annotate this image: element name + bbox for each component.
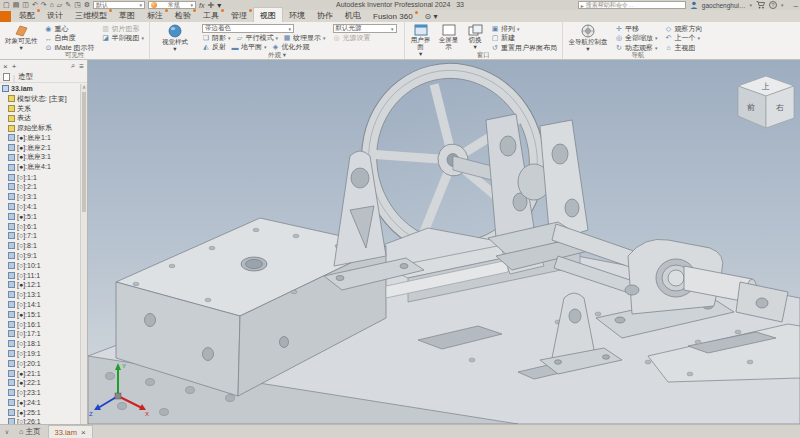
tree-item[interactable]: [○]:18:1 bbox=[0, 339, 87, 349]
tree-item[interactable]: [○]:26:1 bbox=[0, 417, 87, 424]
tree-item[interactable]: [●]:25:1 bbox=[0, 407, 87, 417]
browser-search-icon[interactable]: ⌕ bbox=[71, 61, 75, 71]
ribbon-tab-草图[interactable]: 草图 bbox=[113, 8, 141, 22]
file-menu-button[interactable] bbox=[0, 11, 11, 22]
ribbon-item-排列[interactable]: ▣排列▾ bbox=[489, 24, 559, 34]
tree-item[interactable]: [●]:15:1 bbox=[0, 309, 87, 319]
ribbon-tab-标注[interactable]: 标注 bbox=[141, 8, 169, 22]
browser-add-tab-button[interactable]: + bbox=[12, 62, 17, 71]
tree-scroll-down-arrow[interactable]: ∨ bbox=[2, 428, 12, 435]
ribbon-tab-Fusion 360[interactable]: Fusion 360 bbox=[367, 10, 419, 22]
ribbon-item-自由度[interactable]: ↔自由度 bbox=[42, 34, 96, 44]
viewcube-front-face[interactable]: 前 bbox=[747, 103, 755, 112]
tree-item[interactable]: [○]:17:1 bbox=[0, 329, 87, 339]
tree-item[interactable]: [○]:6:1 bbox=[0, 221, 87, 231]
viewport-3d[interactable]: X Y Z 上 前 右 bbox=[88, 60, 800, 424]
tree-item[interactable]: [○]:19:1 bbox=[0, 349, 87, 359]
cart-icon[interactable] bbox=[756, 1, 765, 9]
close-icon[interactable]: × bbox=[81, 428, 86, 437]
ribbon-item-重心[interactable]: ◉重心 bbox=[42, 24, 96, 34]
ribbon-item-阴影[interactable]: ❏阴影▾ bbox=[200, 33, 233, 43]
ribbon-item-上一个[interactable]: ↶上一个▾ bbox=[663, 34, 705, 44]
ribbon-tab-机电[interactable]: 机电 bbox=[339, 8, 367, 22]
ribbon-tab-设计[interactable]: 设计 bbox=[41, 8, 69, 22]
visual-style-combo[interactable]: 带边着色▾ bbox=[202, 24, 294, 33]
tree-item[interactable]: [○]:10:1 bbox=[0, 260, 87, 270]
tree-item[interactable]: [○]:8:1 bbox=[0, 241, 87, 251]
tree-item[interactable]: [●]:21:1 bbox=[0, 368, 87, 378]
tree-item[interactable]: [●]:底座2:1 bbox=[0, 143, 87, 153]
document-tab-active[interactable]: 33.iam × bbox=[48, 425, 93, 438]
ribbon-tab-视图[interactable]: 视图 bbox=[253, 7, 283, 22]
tree-item[interactable]: [●]:底座3:1 bbox=[0, 153, 87, 163]
object-visibility-button[interactable]: 对象可见性▾ bbox=[3, 23, 39, 50]
ribbon-item-新建[interactable]: ▢新建 bbox=[489, 34, 559, 44]
panel-label-appearance[interactable]: 外观 ▾ bbox=[150, 50, 404, 59]
switch-windows-button[interactable]: 切换▾ bbox=[464, 23, 486, 50]
folder-icon bbox=[8, 115, 15, 122]
ribbon-tab-三维模型[interactable]: 三维模型 bbox=[69, 8, 113, 22]
tree-item[interactable]: [○]:14:1 bbox=[0, 300, 87, 310]
tree-item[interactable]: [○]:3:1 bbox=[0, 192, 87, 202]
ribbon-item-平行模式[interactable]: ▱平行模式▾ bbox=[234, 33, 281, 43]
tree-item[interactable]: [●]:5:1 bbox=[0, 211, 87, 221]
panel-label-navigate[interactable]: 导航 bbox=[563, 50, 713, 59]
tree-item[interactable]: [●]:12:1 bbox=[0, 280, 87, 290]
panel-label-visibility[interactable]: 可见性 bbox=[0, 50, 149, 59]
home-tab[interactable]: ⌂ 主页 bbox=[14, 426, 46, 438]
scroll-up-arrow[interactable]: ∧ bbox=[81, 84, 87, 91]
tree-item[interactable]: [●]:22:1 bbox=[0, 378, 87, 388]
tree-item[interactable]: 表达 bbox=[0, 113, 87, 123]
tree-item[interactable]: [○]:1:1 bbox=[0, 172, 87, 182]
tree-item[interactable]: 33.iam bbox=[0, 84, 87, 94]
tree-item[interactable]: [●]:底座4:1 bbox=[0, 162, 87, 172]
ribbon-item-纹理显示[interactable]: ▦纹理显示▾ bbox=[281, 33, 328, 43]
new-feature-dot bbox=[109, 9, 112, 12]
tree-item[interactable]: [○]:9:1 bbox=[0, 251, 87, 261]
tree-item[interactable]: 关系 bbox=[0, 104, 87, 114]
user-interface-button[interactable]: 用户界面▾ bbox=[408, 23, 433, 50]
scrollbar-thumb[interactable] bbox=[82, 92, 86, 212]
chevron-down-icon: ▾ bbox=[473, 43, 476, 50]
tree-item[interactable]: [○]:23:1 bbox=[0, 388, 87, 398]
navigation-wheel-button[interactable]: 全导航控制盘▾ bbox=[566, 23, 610, 50]
viewcube-top-face[interactable]: 上 bbox=[761, 82, 770, 91]
ribbon-tab-协作[interactable]: 协作 bbox=[311, 8, 339, 22]
tree-item[interactable]: 原始坐标系 bbox=[0, 123, 87, 133]
ribbon-tab-环境[interactable]: 环境 bbox=[283, 8, 311, 22]
ribbon-tab-检验[interactable]: 检验 bbox=[169, 8, 197, 22]
panel-label-window[interactable]: 窗口 bbox=[405, 50, 562, 59]
browser-scrollbar[interactable]: ∧ bbox=[80, 84, 87, 424]
qat-icon-0[interactable]: ▢ bbox=[3, 1, 10, 9]
tree-item[interactable]: [●]:底座1:1 bbox=[0, 133, 87, 143]
tree-item[interactable]: [○]:4:1 bbox=[0, 202, 87, 212]
tree-item[interactable]: [○]:2:1 bbox=[0, 182, 87, 192]
full-screen-button[interactable]: 全屏显示 bbox=[436, 23, 461, 50]
ribbon-item-半剖视图[interactable]: ◪半剖视图▾ bbox=[99, 34, 146, 44]
tree-item[interactable]: [○]:7:1 bbox=[0, 231, 87, 241]
ribbon-tab-管理[interactable]: 管理 bbox=[225, 8, 253, 22]
ribbon-item-平移[interactable]: ✛平移 bbox=[613, 24, 660, 34]
ribbon-item-观察方向[interactable]: ◇观察方向 bbox=[663, 24, 705, 34]
account-menu[interactable]: gaochenghui… bbox=[702, 2, 746, 9]
part-icon bbox=[8, 183, 15, 190]
tree-item[interactable]: [○]:11:1 bbox=[0, 270, 87, 280]
lighting-combo[interactable]: 默认光源▾ bbox=[333, 24, 397, 33]
tree-item[interactable]: [○]:16:1 bbox=[0, 319, 87, 329]
ribbon-tab-装配[interactable]: 装配 bbox=[13, 8, 41, 22]
tree-item[interactable]: 模型状态: [主要] bbox=[0, 94, 87, 104]
visual-style-button[interactable]: 视觉样式▾ bbox=[153, 23, 197, 50]
ribbon-tab-工具[interactable]: 工具 bbox=[197, 8, 225, 22]
browser-menu-icon[interactable]: ≡ bbox=[79, 62, 84, 71]
browser-close-button[interactable]: × bbox=[3, 62, 8, 71]
tree-item[interactable]: [●]:24:1 bbox=[0, 398, 87, 408]
minimize-button[interactable]: – bbox=[794, 1, 798, 10]
tree-item[interactable]: [○]:20:1 bbox=[0, 358, 87, 368]
model-canvas[interactable]: X Y Z 上 前 右 bbox=[88, 60, 800, 424]
ribbon-tab-⊙ ▾[interactable]: ⊙ ▾ bbox=[419, 10, 444, 22]
viewcube-right-face[interactable]: 右 bbox=[776, 103, 784, 112]
ribbon-item-全部缩放[interactable]: ◎全部缩放▾ bbox=[613, 34, 660, 44]
help-search-input[interactable]: ▸ 搜索帮助和命令… bbox=[578, 1, 686, 9]
tree-item[interactable]: [○]:13:1 bbox=[0, 290, 87, 300]
help-icon[interactable]: ? bbox=[769, 1, 777, 9]
